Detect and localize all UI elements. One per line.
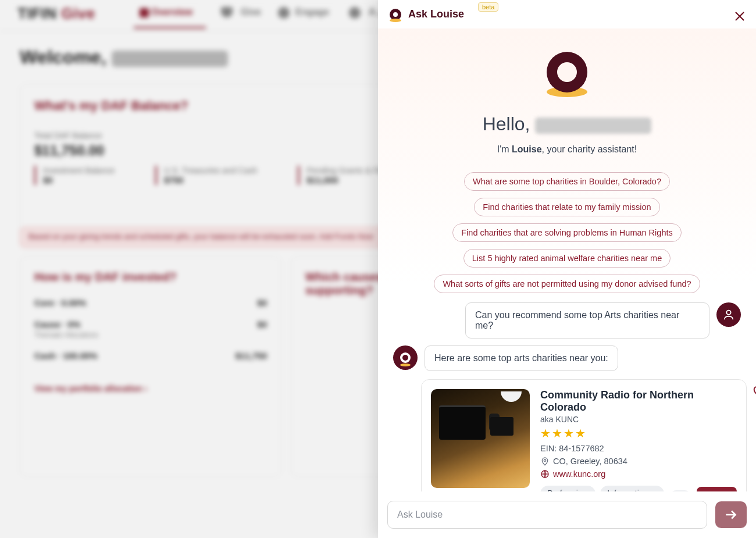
user-message-bubble: Can you recommend some top Arts charitie… (465, 302, 709, 339)
intro-pre: I'm (497, 144, 512, 154)
charity-tags: Performing Arts Information And … +1 Giv… (540, 486, 737, 491)
panel-footer (378, 491, 756, 538)
panel-header: Ask Louise beta (378, 0, 756, 28)
suggestion-chip[interactable]: Find charities that are solving problems… (452, 223, 681, 242)
charity-aka: aka KUNC (540, 415, 737, 424)
charity-website[interactable]: www.kunc.org (540, 469, 737, 479)
hello-line: Hello, (378, 113, 756, 135)
user-avatar-icon (716, 302, 741, 327)
intro-line: I'm Louise, your charity assistant! (378, 144, 756, 155)
give-button[interactable]: Give (697, 487, 737, 491)
louise-avatar-shadow (390, 19, 401, 22)
ask-louise-input[interactable] (387, 501, 707, 529)
globe-icon (540, 469, 550, 479)
close-icon[interactable] (734, 10, 746, 22)
charity-result-card[interactable]: Community Radio for Northern Colorado ak… (421, 379, 747, 491)
svg-point-1 (544, 459, 545, 461)
charity-website-text: www.kunc.org (553, 469, 605, 479)
charity-info: Community Radio for Northern Colorado ak… (540, 389, 737, 491)
send-button[interactable] (715, 501, 747, 528)
suggestion-chip[interactable]: What sorts of gifts are not permitted us… (434, 275, 700, 293)
panel-body: Hello, I'm Louise, your charity assistan… (378, 28, 756, 491)
charity-ein: EIN: 84-1577682 (540, 444, 737, 453)
user-message-row: Can you recommend some top Arts charitie… (378, 299, 756, 342)
bot-avatar-icon (393, 345, 418, 370)
panel-title: Ask Louise (408, 8, 464, 20)
svg-point-0 (726, 311, 730, 315)
suggestion-chip[interactable]: What are some top charities in Boulder, … (464, 172, 670, 191)
charity-tag[interactable]: Performing Arts (540, 486, 595, 491)
suggestion-chip[interactable]: List 5 highly rated animal welfare chari… (463, 249, 671, 268)
suggestion-chip[interactable]: Find charities that relate to my family … (474, 198, 659, 216)
hello-prefix: Hello, (483, 113, 536, 134)
ask-louise-panel: Ask Louise beta Hello, I'm Louise, your … (378, 0, 756, 538)
hello-name-redacted (535, 117, 651, 134)
bot-message-row: Here are some top arts charities near yo… (378, 342, 756, 375)
charity-thumbnail (431, 389, 530, 488)
arrow-right-icon (723, 507, 739, 522)
charity-tag[interactable]: Information And … (600, 486, 664, 491)
suggestion-chips: What are some top charities in Boulder, … (378, 155, 756, 299)
bot-message-bubble: Here are some top arts charities near yo… (425, 345, 618, 371)
charity-title: Community Radio for Northern Colorado (540, 389, 737, 414)
charity-location: CO, Greeley, 80634 (540, 457, 737, 466)
pin-icon (540, 457, 550, 466)
charity-location-text: CO, Greeley, 80634 (553, 457, 627, 466)
star-rating-icon: ★★★★ (540, 426, 737, 440)
beta-badge: beta (478, 2, 498, 12)
intro-post: , your charity assistant! (542, 144, 637, 154)
hero-avatar (378, 52, 756, 97)
favorite-heart-icon[interactable] (753, 384, 756, 398)
charity-tag-more[interactable]: +1 (669, 490, 692, 491)
intro-bold: Louise (512, 144, 542, 154)
louise-hero-icon (547, 52, 587, 92)
